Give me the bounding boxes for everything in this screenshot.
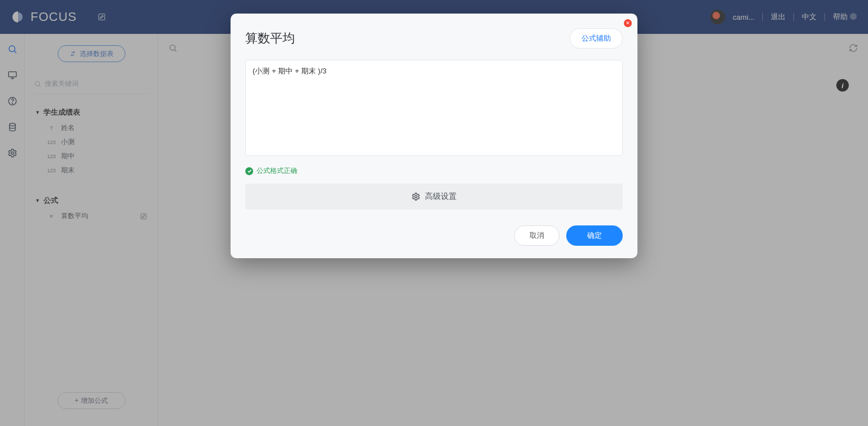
advanced-label: 高级设置 — [425, 192, 457, 202]
modal-overlay: i ✕ 算数平均 公式辅助 公式格式正确 高级设置 取消 确定 — [0, 0, 868, 426]
formula-modal: ✕ 算数平均 公式辅助 公式格式正确 高级设置 取消 确定 — [231, 14, 637, 258]
formula-status: 公式格式正确 — [245, 166, 623, 176]
modal-title: 算数平均 — [245, 30, 295, 47]
formula-assist-button[interactable]: 公式辅助 — [570, 28, 623, 49]
check-icon — [245, 167, 253, 175]
cancel-button[interactable]: 取消 — [514, 225, 559, 246]
status-text: 公式格式正确 — [257, 166, 297, 176]
close-icon[interactable]: ✕ — [624, 19, 632, 27]
svg-point-13 — [415, 195, 417, 198]
formula-input[interactable] — [245, 60, 623, 156]
ok-button[interactable]: 确定 — [566, 225, 623, 246]
advanced-settings-button[interactable]: 高级设置 — [245, 184, 623, 210]
gear-icon — [411, 192, 420, 201]
info-icon[interactable]: i — [836, 79, 849, 92]
